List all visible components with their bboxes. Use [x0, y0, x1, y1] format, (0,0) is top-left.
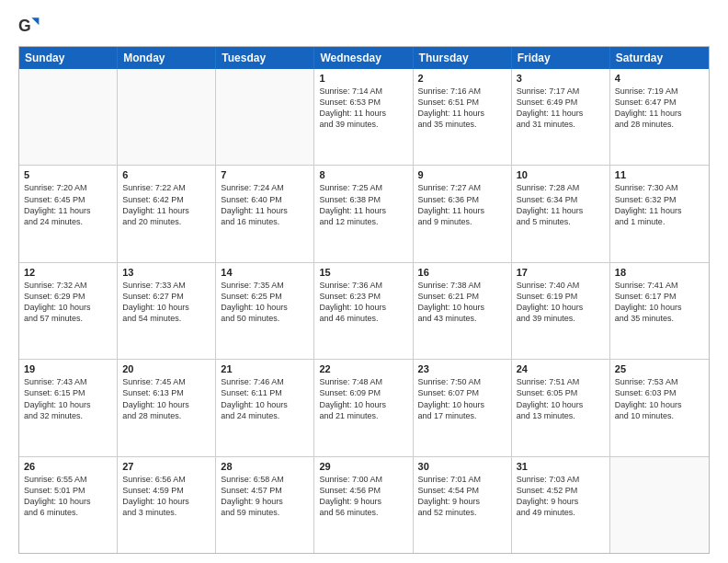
day-number: 25	[615, 363, 704, 374]
day-header-saturday: Saturday	[610, 47, 709, 69]
day-info: Sunrise: 7:45 AM Sunset: 6:13 PM Dayligh…	[122, 376, 210, 421]
day-info: Sunrise: 7:38 AM Sunset: 6:21 PM Dayligh…	[418, 280, 506, 325]
day-info: Sunrise: 7:22 AM Sunset: 6:42 PM Dayligh…	[122, 182, 210, 227]
header: G	[18, 15, 710, 37]
day-cell-16: 16Sunrise: 7:38 AM Sunset: 6:21 PM Dayli…	[414, 263, 512, 359]
day-number: 22	[319, 363, 407, 374]
day-number: 18	[615, 267, 704, 278]
day-header-sunday: Sunday	[19, 47, 118, 69]
day-cell-29: 29Sunrise: 7:00 AM Sunset: 4:56 PM Dayli…	[314, 457, 413, 553]
day-cell-13: 13Sunrise: 7:33 AM Sunset: 6:27 PM Dayli…	[118, 263, 216, 359]
day-cell-7: 7Sunrise: 7:24 AM Sunset: 6:40 PM Daylig…	[216, 166, 314, 261]
day-header-monday: Monday	[118, 47, 216, 69]
day-cell-25: 25Sunrise: 7:53 AM Sunset: 6:03 PM Dayli…	[610, 360, 709, 455]
generalblue-logo-icon: G	[18, 15, 40, 37]
day-cell-30: 30Sunrise: 7:01 AM Sunset: 4:54 PM Dayli…	[414, 457, 512, 553]
day-cell-4: 4Sunrise: 7:19 AM Sunset: 6:47 PM Daylig…	[610, 69, 709, 165]
day-info: Sunrise: 7:27 AM Sunset: 6:36 PM Dayligh…	[418, 182, 506, 227]
day-number: 7	[221, 169, 309, 180]
day-info: Sunrise: 7:33 AM Sunset: 6:27 PM Dayligh…	[122, 280, 210, 325]
day-cell-5: 5Sunrise: 7:20 AM Sunset: 6:45 PM Daylig…	[19, 166, 118, 261]
day-info: Sunrise: 7:53 AM Sunset: 6:03 PM Dayligh…	[615, 376, 704, 421]
day-cell-20: 20Sunrise: 7:45 AM Sunset: 6:13 PM Dayli…	[118, 360, 216, 455]
day-number: 13	[122, 267, 210, 278]
day-info: Sunrise: 6:56 AM Sunset: 4:59 PM Dayligh…	[122, 474, 210, 519]
calendar-body: 1Sunrise: 7:14 AM Sunset: 6:53 PM Daylig…	[19, 69, 709, 553]
empty-cell	[216, 69, 314, 165]
empty-cell	[610, 457, 709, 553]
day-info: Sunrise: 7:01 AM Sunset: 4:54 PM Dayligh…	[418, 474, 506, 519]
day-number: 31	[517, 461, 605, 472]
week-row-2: 5Sunrise: 7:20 AM Sunset: 6:45 PM Daylig…	[19, 166, 709, 262]
day-number: 6	[122, 169, 210, 180]
day-cell-11: 11Sunrise: 7:30 AM Sunset: 6:32 PM Dayli…	[610, 166, 709, 261]
calendar-header: SundayMondayTuesdayWednesdayThursdayFrid…	[19, 47, 709, 69]
day-info: Sunrise: 7:46 AM Sunset: 6:11 PM Dayligh…	[221, 376, 309, 421]
empty-cell	[19, 69, 118, 165]
day-info: Sunrise: 7:35 AM Sunset: 6:25 PM Dayligh…	[221, 280, 309, 325]
day-cell-8: 8Sunrise: 7:25 AM Sunset: 6:38 PM Daylig…	[314, 166, 413, 261]
day-cell-23: 23Sunrise: 7:50 AM Sunset: 6:07 PM Dayli…	[414, 360, 512, 455]
day-number: 11	[615, 169, 704, 180]
day-info: Sunrise: 7:50 AM Sunset: 6:07 PM Dayligh…	[418, 376, 506, 421]
day-cell-24: 24Sunrise: 7:51 AM Sunset: 6:05 PM Dayli…	[512, 360, 610, 455]
day-number: 12	[24, 267, 112, 278]
day-info: Sunrise: 7:14 AM Sunset: 6:53 PM Dayligh…	[319, 86, 407, 131]
week-row-3: 12Sunrise: 7:32 AM Sunset: 6:29 PM Dayli…	[19, 263, 709, 360]
day-number: 14	[221, 267, 309, 278]
day-cell-1: 1Sunrise: 7:14 AM Sunset: 6:53 PM Daylig…	[314, 69, 413, 165]
day-number: 15	[319, 267, 407, 278]
day-number: 2	[418, 73, 506, 84]
day-info: Sunrise: 7:51 AM Sunset: 6:05 PM Dayligh…	[517, 376, 605, 421]
day-info: Sunrise: 7:41 AM Sunset: 6:17 PM Dayligh…	[615, 280, 704, 325]
day-number: 27	[122, 461, 210, 472]
day-number: 5	[24, 169, 112, 180]
day-info: Sunrise: 7:32 AM Sunset: 6:29 PM Dayligh…	[24, 280, 112, 325]
day-info: Sunrise: 7:19 AM Sunset: 6:47 PM Dayligh…	[615, 86, 704, 131]
day-cell-21: 21Sunrise: 7:46 AM Sunset: 6:11 PM Dayli…	[216, 360, 314, 455]
day-number: 10	[517, 169, 605, 180]
day-header-friday: Friday	[512, 47, 610, 69]
day-cell-31: 31Sunrise: 7:03 AM Sunset: 4:52 PM Dayli…	[512, 457, 610, 553]
day-info: Sunrise: 7:36 AM Sunset: 6:23 PM Dayligh…	[319, 280, 407, 325]
day-number: 23	[418, 363, 506, 374]
day-number: 24	[517, 363, 605, 374]
day-cell-22: 22Sunrise: 7:48 AM Sunset: 6:09 PM Dayli…	[314, 360, 413, 455]
svg-marker-1	[31, 17, 39, 25]
day-info: Sunrise: 7:00 AM Sunset: 4:56 PM Dayligh…	[319, 474, 407, 519]
day-number: 1	[319, 73, 407, 84]
day-cell-28: 28Sunrise: 6:58 AM Sunset: 4:57 PM Dayli…	[216, 457, 314, 553]
day-info: Sunrise: 7:03 AM Sunset: 4:52 PM Dayligh…	[517, 474, 605, 519]
day-number: 28	[221, 461, 309, 472]
week-row-1: 1Sunrise: 7:14 AM Sunset: 6:53 PM Daylig…	[19, 69, 709, 166]
day-info: Sunrise: 7:48 AM Sunset: 6:09 PM Dayligh…	[319, 376, 407, 421]
day-cell-2: 2Sunrise: 7:16 AM Sunset: 6:51 PM Daylig…	[414, 69, 512, 165]
day-cell-10: 10Sunrise: 7:28 AM Sunset: 6:34 PM Dayli…	[512, 166, 610, 261]
logo: G	[18, 15, 44, 37]
day-info: Sunrise: 7:16 AM Sunset: 6:51 PM Dayligh…	[418, 86, 506, 131]
day-info: Sunrise: 6:58 AM Sunset: 4:57 PM Dayligh…	[221, 474, 309, 519]
empty-cell	[118, 69, 216, 165]
week-row-4: 19Sunrise: 7:43 AM Sunset: 6:15 PM Dayli…	[19, 360, 709, 456]
day-number: 17	[517, 267, 605, 278]
day-info: Sunrise: 7:24 AM Sunset: 6:40 PM Dayligh…	[221, 182, 309, 227]
day-number: 26	[24, 461, 112, 472]
day-number: 20	[122, 363, 210, 374]
day-header-wednesday: Wednesday	[314, 47, 413, 69]
day-cell-17: 17Sunrise: 7:40 AM Sunset: 6:19 PM Dayli…	[512, 263, 610, 359]
day-info: Sunrise: 7:43 AM Sunset: 6:15 PM Dayligh…	[24, 376, 112, 421]
day-number: 9	[418, 169, 506, 180]
day-header-tuesday: Tuesday	[216, 47, 314, 69]
day-cell-26: 26Sunrise: 6:55 AM Sunset: 5:01 PM Dayli…	[19, 457, 118, 553]
day-info: Sunrise: 7:40 AM Sunset: 6:19 PM Dayligh…	[517, 280, 605, 325]
day-cell-14: 14Sunrise: 7:35 AM Sunset: 6:25 PM Dayli…	[216, 263, 314, 359]
day-number: 3	[517, 73, 605, 84]
day-number: 30	[418, 461, 506, 472]
day-header-thursday: Thursday	[414, 47, 512, 69]
day-info: Sunrise: 6:55 AM Sunset: 5:01 PM Dayligh…	[24, 474, 112, 519]
day-number: 8	[319, 169, 407, 180]
week-row-5: 26Sunrise: 6:55 AM Sunset: 5:01 PM Dayli…	[19, 457, 709, 553]
day-cell-9: 9Sunrise: 7:27 AM Sunset: 6:36 PM Daylig…	[414, 166, 512, 261]
day-number: 4	[615, 73, 704, 84]
day-info: Sunrise: 7:30 AM Sunset: 6:32 PM Dayligh…	[615, 182, 704, 227]
